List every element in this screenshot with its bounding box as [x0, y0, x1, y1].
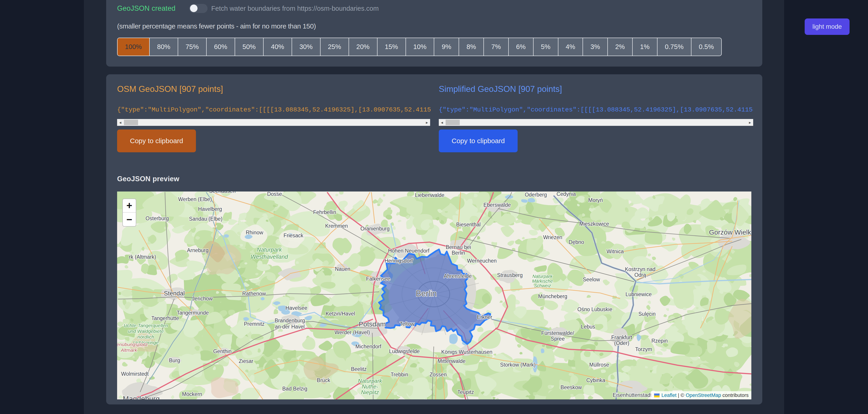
svg-text:Kostrzyn nad: Kostrzyn nad: [625, 266, 655, 272]
svg-text:Odrą: Odrą: [634, 272, 646, 278]
svg-text:Nieplitz: Nieplitz: [361, 389, 379, 395]
svg-text:Müllrose: Müllrose: [589, 362, 609, 368]
svg-text:Osterburg: Osterburg: [146, 215, 169, 221]
svg-text:Dosse: Dosse: [267, 191, 282, 197]
svg-text:Liebenwalde: Liebenwalde: [415, 192, 444, 198]
svg-text:Fehrbellin: Fehrbellin: [313, 209, 336, 215]
svg-text:Trebbin: Trebbin: [391, 372, 408, 378]
svg-text:Seelow: Seelow: [583, 276, 600, 283]
svg-text:Jerichow: Jerichow: [192, 296, 213, 302]
svg-text:Rzepin: Rzepin: [651, 338, 668, 344]
svg-text:Sulęcin: Sulęcin: [638, 311, 655, 317]
svg-text:Oranienburg: Oranienburg: [361, 226, 390, 232]
svg-text:Genthin: Genthin: [213, 348, 232, 354]
svg-text:Hennigsdorf: Hennigsdorf: [384, 258, 413, 264]
svg-text:Möckern: Möckern: [182, 391, 202, 397]
svg-text:Premnitz: Premnitz: [244, 321, 265, 327]
svg-text:Ketzin/Havel: Ketzin/Havel: [326, 311, 355, 317]
svg-text:Magdeburg: Magdeburg: [123, 395, 160, 400]
svg-text:Lubniewice: Lubniewice: [625, 291, 652, 297]
svg-text:Werben (Elbe): Werben (Elbe): [178, 196, 212, 202]
svg-text:Ziesar: Ziesar: [239, 358, 253, 364]
svg-text:Berlin: Berlin: [416, 289, 437, 298]
svg-text:Ahrensfelde: Ahrensfelde: [444, 273, 472, 279]
svg-text:Beeskow: Beeskow: [560, 384, 582, 390]
svg-text:nördlich: nördlich: [137, 334, 154, 339]
svg-text:Seehausen: Seehausen: [209, 191, 236, 194]
svg-text:Lebus: Lebus: [581, 324, 595, 330]
svg-text:Altmark: Altmark: [120, 348, 137, 353]
svg-text:Rathenow: Rathenow: [242, 291, 266, 297]
svg-text:Zossen: Zossen: [429, 372, 446, 378]
svg-text:Ludwigsfelde: Ludwigsfelde: [389, 348, 420, 354]
svg-text:Mittenwalde: Mittenwalde: [438, 358, 466, 364]
svg-text:Ośno Lubuskie: Ośno Lubuskie: [577, 306, 612, 312]
svg-text:Havelsee: Havelsee: [285, 305, 307, 311]
svg-text:enübungsplatz: enübungsplatz: [117, 342, 148, 347]
svg-text:Dębno: Dębno: [569, 239, 584, 245]
svg-text:Kremmen: Kremmen: [325, 223, 348, 229]
svg-text:Berlin: Berlin: [452, 250, 465, 256]
svg-text:Potsdam: Potsdam: [359, 320, 386, 328]
svg-text:Spree: Spree: [551, 336, 564, 342]
svg-text:Uchte-Tangerquellen: Uchte-Tangerquellen: [124, 323, 168, 328]
svg-text:Strausberg: Strausberg: [497, 272, 523, 278]
svg-text:Brandenburg: Brandenburg: [275, 318, 305, 324]
svg-text:Frankfurt: Frankfurt: [611, 334, 632, 341]
svg-text:Naturpark: Naturpark: [257, 246, 282, 253]
svg-text:Michendorf: Michendorf: [355, 344, 381, 350]
svg-text:Westhavelland: Westhavelland: [251, 254, 288, 260]
svg-text:Werneuchen: Werneuchen: [467, 258, 497, 264]
svg-text:Naturpark: Naturpark: [358, 378, 382, 384]
svg-text:rk (Altmark): rk (Altmark): [129, 254, 156, 260]
svg-text:an der Havel: an der Havel: [275, 324, 305, 330]
svg-text:Fürstenwalde/: Fürstenwalde/: [541, 330, 574, 336]
svg-text:Witnica: Witnica: [607, 248, 624, 255]
svg-text:(Oder): (Oder): [614, 340, 629, 346]
svg-text:Eberswalde: Eberswalde: [484, 202, 511, 208]
svg-text:Tangerhütte: Tangerhütte: [151, 315, 179, 321]
svg-text:Beelitz: Beelitz: [351, 366, 367, 372]
svg-text:Biesenthal: Biesenthal: [456, 221, 480, 228]
svg-text:Nuthe-: Nuthe-: [362, 383, 378, 390]
svg-text:Hohen Neuendorf: Hohen Neuendorf: [388, 248, 429, 254]
svg-text:Naturpark: Naturpark: [532, 274, 553, 279]
svg-text:Oderberg: Oderberg: [525, 192, 547, 198]
svg-text:Eisenhüttenstadt: Eisenhüttenstadt: [613, 392, 652, 398]
svg-text:Storkow (Mark): Storkow (Mark): [500, 362, 536, 368]
svg-text:Gorzów Wielkopolski: Gorzów Wielkopolski: [709, 229, 751, 236]
svg-text:Torzym: Torzym: [635, 346, 652, 352]
svg-text:Werder (Havel): Werder (Havel): [335, 329, 370, 335]
svg-text:Wriezen: Wriezen: [543, 234, 562, 240]
svg-text:Sandau (Elbe): Sandau (Elbe): [189, 216, 222, 222]
svg-text:Schweiz: Schweiz: [534, 283, 551, 288]
svg-text:Falkensee: Falkensee: [366, 276, 390, 282]
svg-text:Cedynia: Cedynia: [557, 191, 576, 197]
svg-text:Königs Wusterhausen: Königs Wusterhausen: [441, 349, 493, 355]
svg-text:Teupitz: Teupitz: [458, 389, 474, 395]
svg-text:Moryń: Moryń: [588, 197, 603, 203]
svg-text:Märkische: Märkische: [532, 278, 553, 284]
svg-text:Friesack: Friesack: [284, 233, 304, 238]
svg-text:Bad Belzig: Bad Belzig: [282, 386, 307, 392]
svg-text:Arneburg: Arneburg: [187, 247, 209, 253]
svg-text:Brück: Brück: [317, 377, 330, 383]
svg-text:Stendal: Stendal: [164, 290, 185, 297]
svg-text:Cybinka: Cybinka: [586, 377, 605, 383]
svg-text:Burg: Burg: [169, 357, 180, 363]
svg-text:Erkner: Erkner: [477, 314, 492, 320]
svg-text:Mieszkowice: Mieszkowice: [579, 221, 609, 227]
svg-text:Wolmirstedt: Wolmirstedt: [121, 371, 149, 377]
svg-text:Havelberg: Havelberg: [198, 206, 222, 212]
svg-text:Rhinow: Rhinow: [246, 230, 264, 236]
svg-text:Teltow: Teltow: [400, 321, 415, 327]
svg-text:Nauen: Nauen: [335, 266, 350, 272]
svg-text:Müncheberg: Müncheberg: [538, 293, 567, 299]
svg-text:Tangermünde: Tangermünde: [177, 310, 209, 316]
svg-text:und Waldgebiete: und Waldgebiete: [128, 328, 163, 334]
svg-text:Bernau bei: Bernau bei: [445, 244, 471, 250]
